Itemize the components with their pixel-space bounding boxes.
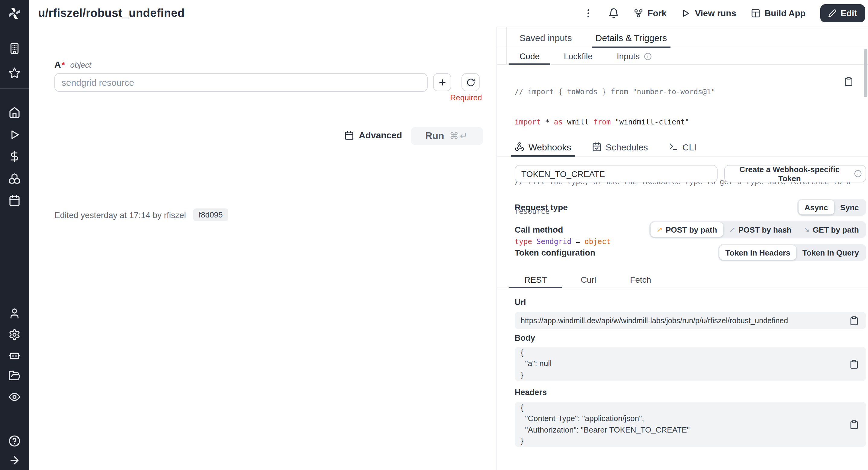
option-get-by-path[interactable]: ↘GET by path [798,222,865,237]
code-keyword: import [515,118,541,126]
tab-rest[interactable]: REST [508,271,563,287]
request-type-toggle: Async Sync [797,199,866,216]
info-icon [855,170,862,178]
schedules-calendar-icon[interactable] [8,194,21,207]
workers-robot-icon[interactable] [8,349,21,361]
resources-boxes-icon[interactable] [8,173,21,185]
option-token-in-query[interactable]: Token in Query [797,245,865,260]
option-post-by-hash-label: POST by hash [738,225,791,234]
tab-rest-label: REST [524,275,547,284]
users-person-icon[interactable] [8,308,21,320]
tab-inputs[interactable]: Inputs [606,48,663,64]
view-runs-button[interactable]: View runs [681,8,736,18]
windmill-logo-icon[interactable] [7,6,22,21]
play-icon [681,8,691,18]
tab-webhooks-label: Webhooks [529,142,571,152]
option-token-in-headers-label: Token in Headers [725,248,790,257]
clipboard-icon [849,316,859,325]
resource-input[interactable] [54,73,428,92]
top-header: u/rfiszel/robust_undefined Fork View run… [29,0,868,27]
run-label: Run [425,130,444,142]
token-config-label: Token configuration [515,248,595,257]
code-text: * [541,118,554,126]
create-webhook-token-label: Create a Webhook-specific Token [728,165,851,183]
code-text: wmill [563,118,593,126]
tabbar-left-border [506,27,507,48]
tab-inputs-label: Inputs [617,51,640,61]
body-json-line: } [521,370,523,381]
option-sync[interactable]: Sync [834,200,865,215]
headers-json-line: { [521,402,523,413]
copy-body-button[interactable] [849,359,859,369]
favorites-star-icon[interactable] [8,67,21,79]
info-icon [644,52,652,60]
option-post-by-path-label: POST by path [665,225,717,234]
home-icon[interactable] [8,106,21,118]
arrow-down-right-icon: ↘ [804,225,810,234]
copy-headers-button[interactable] [849,419,859,429]
option-sync-label: Sync [840,203,859,212]
folders-icon[interactable] [8,370,21,382]
settings-gear-icon[interactable] [8,328,21,341]
option-get-by-path-label: GET by path [813,225,859,234]
field-label-row: A * object [54,59,91,69]
tab-code[interactable]: Code [508,48,551,64]
tab-details-triggers-label: Details & Triggers [595,32,667,42]
help-icon[interactable] [8,435,21,447]
fork-button[interactable]: Fork [633,8,666,18]
webhook-url-value: https://app.windmill.dev/api/w/windmill-… [521,316,788,325]
run-button[interactable]: Run ⌘↵ [411,127,483,145]
app-layout-icon [750,8,760,18]
option-async[interactable]: Async [799,200,834,215]
tab-lockfile[interactable]: Lockfile [553,48,603,64]
call-method-label: Call method [515,225,563,234]
headers-box: { "Content-Type": "application/json", "A… [515,402,866,447]
sidebar [0,0,29,470]
snippet-tabbar: REST Curl Fetch [497,271,868,288]
tab-curl[interactable]: Curl [565,271,612,287]
edit-button[interactable]: Edit [820,4,865,22]
token-config-row: Token configuration Token in Headers Tok… [515,244,866,261]
code-string: "windmill-client" [611,118,689,126]
notifications-bell-icon[interactable] [608,8,619,19]
tab-curl-label: Curl [581,275,596,284]
run-pane: A * object Required Advanced Run ⌘↵ Edit… [29,27,497,470]
panel-tabbar: Saved inputs Details & Triggers [497,27,868,48]
copy-url-button[interactable] [849,316,859,325]
create-webhook-token-button[interactable]: Create a Webhook-specific Token [724,165,866,183]
webhook-token-input[interactable] [515,165,718,183]
call-method-toggle: ↗POST by path ↗POST by hash ↘GET by path [649,221,866,238]
webhook-icon [515,142,524,152]
option-post-by-path[interactable]: ↗POST by path [651,222,723,237]
copy-code-button[interactable] [844,77,854,86]
option-token-in-headers[interactable]: Token in Headers [719,245,797,260]
panel-scrollbar[interactable] [864,49,867,97]
edited-row: Edited yesterday at 17:14 by rfiszel f8d… [54,209,228,221]
workspace-building-icon[interactable] [8,42,21,54]
tab-details-triggers[interactable]: Details & Triggers [592,27,671,48]
audit-eye-icon[interactable] [8,391,21,403]
tab-fetch-label: Fetch [630,275,651,284]
cmd-enter-shortcut: ⌘↵ [450,130,469,142]
tab-webhooks[interactable]: Webhooks [511,137,575,156]
build-app-button[interactable]: Build App [750,8,805,18]
advanced-button[interactable]: Advanced [344,130,402,140]
option-token-in-query-label: Token in Query [803,248,859,257]
request-type-label: Request type [515,202,568,212]
variables-dollar-icon[interactable] [8,150,21,162]
expand-sidebar-arrow-icon[interactable] [8,454,21,466]
tab-schedules-label: Schedules [606,142,648,152]
option-post-by-hash[interactable]: ↗POST by hash [723,222,797,237]
tab-saved-inputs[interactable]: Saved inputs [516,27,575,48]
add-resource-button[interactable] [433,73,451,91]
required-warning: Required [392,93,482,102]
field-name: A [54,59,61,69]
more-menu-kebab-icon[interactable] [583,8,594,19]
tab-fetch[interactable]: Fetch [614,271,667,287]
version-hash-badge[interactable]: f8d095 [193,209,228,221]
tab-cli[interactable]: CLI [665,137,700,156]
refresh-button[interactable] [462,73,479,91]
runs-play-icon[interactable] [8,129,21,141]
tab-schedules[interactable]: Schedules [588,137,651,156]
token-row: Create a Webhook-specific Token [515,165,866,183]
